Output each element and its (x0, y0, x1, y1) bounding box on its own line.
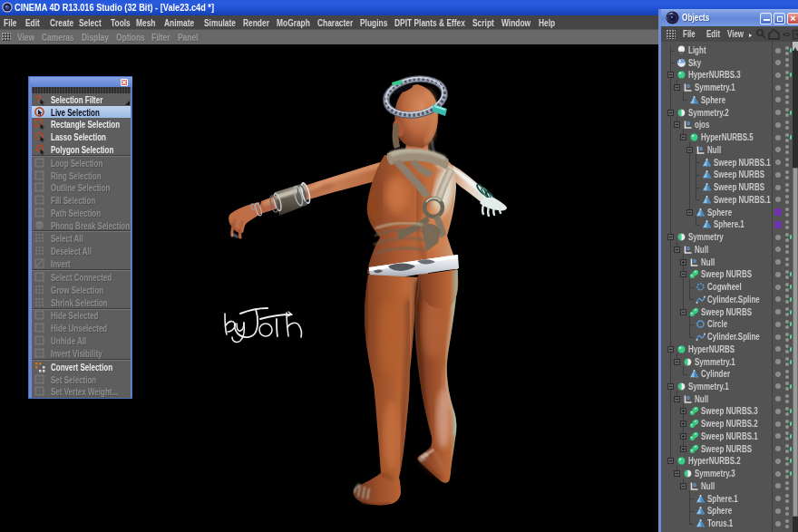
svg-text:0: 0 (687, 394, 691, 400)
svg-text:0: 0 (694, 481, 697, 487)
svg-text:?: ? (35, 94, 41, 104)
svg-text:0: 0 (687, 121, 691, 126)
svg-text:0: 0 (687, 245, 691, 250)
svg-text:0: 0 (687, 83, 691, 89)
svg-text:0: 0 (694, 257, 697, 263)
svg-text:0: 0 (700, 145, 704, 150)
